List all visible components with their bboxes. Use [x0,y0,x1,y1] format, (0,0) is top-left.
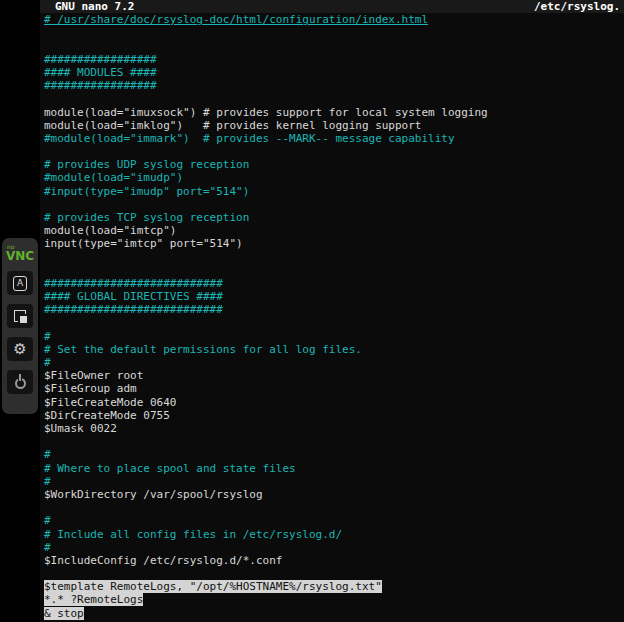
power-icon [15,378,26,389]
terminal-line: module(load="imtcp") [44,224,624,237]
terminal-line: # provides UDP syslog reception [44,158,624,171]
novnc-logo-vnc: VNC [6,250,34,262]
terminal-line: #### GLOBAL DIRECTIVES #### [44,290,624,303]
fullscreen-icon [14,310,26,322]
terminal-line [44,92,624,105]
terminal-line: # Include all config files in /etc/rsysl… [44,528,624,541]
terminal-line: *.* ?RemoteLogs [44,593,624,606]
terminal-line: # [44,475,624,488]
terminal-line: module(load="imklog") # provides kernel … [44,119,624,132]
gear-icon: ⚙ [13,342,26,357]
nano-file-path: /etc/rsyslog. [534,0,620,13]
terminal-line [44,26,624,39]
terminal-line: $FileGroup adm [44,382,624,395]
terminal-line: # [44,356,624,369]
terminal-line [44,567,624,580]
terminal-window[interactable]: GNU nano 7.2 /etc/rsyslog. # /usr/share/… [40,0,624,622]
terminal-line: $DirCreateMode 0755 [44,409,624,422]
terminal-line: $IncludeConfig /etc/rsyslog.d/*.conf [44,554,624,567]
desktop: no VNC A ⚙ ◄ GNU nano 7.2 /etc/rsyslog. … [0,0,624,622]
terminal-line: # [44,514,624,527]
keyboard-a-icon: A [13,276,27,291]
terminal-line: $template RemoteLogs, "/opt/%HOSTNAME%/r… [44,580,624,593]
fullscreen-button[interactable] [7,304,33,328]
terminal-line: module(load="imuxsock") # provides suppo… [44,106,624,119]
novnc-logo: no VNC [6,244,34,262]
settings-button[interactable]: ⚙ [7,337,33,361]
terminal-line: ########################### [44,303,624,316]
terminal-line: #input(type="imudp" port="514") [44,185,624,198]
terminal-line: $FileOwner root [44,369,624,382]
terminal-line: # /usr/share/doc/rsyslog-doc/html/config… [44,13,624,26]
power-button[interactable] [7,370,33,394]
terminal-line: #### MODULES #### [44,66,624,79]
terminal-line: $FileCreateMode 0640 [44,396,624,409]
terminal-line: & stop [44,607,624,620]
terminal-line: # [44,448,624,461]
terminal-line [44,435,624,448]
vnc-sidebar: no VNC A ⚙ [0,0,40,622]
terminal-line [44,198,624,211]
terminal-line [44,264,624,277]
terminal-line [44,145,624,158]
terminal-line: $Umask 0022 [44,422,624,435]
terminal-line: ########################### [44,277,624,290]
terminal-line: # Set the default permissions for all lo… [44,343,624,356]
nano-app-title: GNU nano 7.2 [55,0,134,13]
terminal-line: #module(load="immark") # provides --MARK… [44,132,624,145]
terminal-line [44,40,624,53]
terminal-line: # [44,541,624,554]
terminal-line: input(type="imtcp" port="514") [44,237,624,250]
terminal-line: $WorkDirectory /var/spool/rsyslog [44,488,624,501]
terminal-line: #module(load="imudp") [44,171,624,184]
novnc-control-bar: no VNC A ⚙ [2,238,38,414]
terminal-line [44,251,624,264]
terminal-lines: # /usr/share/doc/rsyslog-doc/html/config… [40,13,624,620]
terminal-line: # Where to place spool and state files [44,462,624,475]
terminal-line: # provides TCP syslog reception [44,211,624,224]
terminal-line [44,317,624,330]
terminal-line: ################# [44,79,624,92]
nano-titlebar: GNU nano 7.2 /etc/rsyslog. [40,0,624,13]
extra-keys-button[interactable]: A [7,271,33,295]
terminal-line [44,501,624,514]
terminal-line: ################# [44,53,624,66]
terminal-line: # [44,330,624,343]
